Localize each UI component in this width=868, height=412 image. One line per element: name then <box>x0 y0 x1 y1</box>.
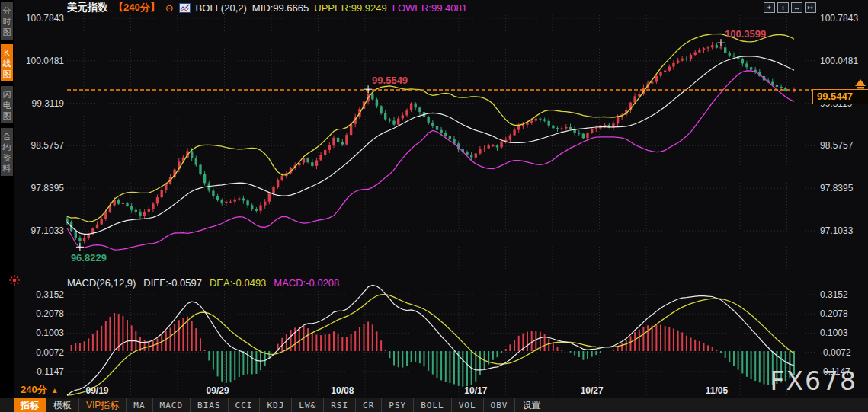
svg-text:98.5757: 98.5757 <box>820 140 854 151</box>
svg-text:10/27: 10/27 <box>581 385 604 396</box>
svg-text:97.1033: 97.1033 <box>31 225 65 236</box>
svg-text:-0.0072: -0.0072 <box>33 347 64 358</box>
svg-text:100.7843: 100.7843 <box>820 13 858 24</box>
svg-text:0.2078: 0.2078 <box>820 308 848 319</box>
toolbar-item-ma[interactable]: MA <box>126 398 152 412</box>
svg-text:0.2078: 0.2078 <box>36 308 64 319</box>
sidebar-item-kline-chart[interactable]: K线图 <box>1 44 13 81</box>
toolbar-item-cr[interactable]: CR <box>355 398 381 412</box>
macd-dea-line <box>67 295 794 395</box>
crosshair-icon[interactable]: + <box>764 2 775 13</box>
macd-dea-value: DEA:-0.0493 <box>210 277 266 289</box>
svg-text:97.8395: 97.8395 <box>31 183 65 193</box>
toolbar-item-settings[interactable]: 设置 <box>514 398 547 412</box>
svg-text:-0.1147: -0.1147 <box>34 366 64 377</box>
svg-text:11/05: 11/05 <box>706 385 729 396</box>
svg-text:100.0481: 100.0481 <box>26 56 64 66</box>
boll-lower-value: LOWER:99.4081 <box>392 2 467 14</box>
candlestick-series <box>66 42 795 248</box>
macd-diff-line <box>67 285 794 395</box>
boll-upper-value: UPPER:99.9249 <box>314 2 386 14</box>
boll-label: BOLL(20,2) <box>196 2 247 14</box>
fit-vertical-icon[interactable]: ↕ <box>777 2 789 13</box>
window-controls: +↕↔↦ <box>764 2 816 13</box>
toolbar-item-lwr[interactable]: LW& <box>291 398 323 412</box>
macd-diff-value: DIFF:-0.0597 <box>143 277 202 289</box>
trading-app: 99.5549100.359996.8229100.7843100.784310… <box>0 0 868 412</box>
svg-text:0.3152: 0.3152 <box>820 289 848 300</box>
watermark: FX678 <box>770 366 857 396</box>
fit-horizontal-icon[interactable]: ↔ <box>791 2 802 13</box>
period-selector[interactable]: 240分▲ <box>21 383 59 397</box>
svg-text:99.5549: 99.5549 <box>372 75 408 86</box>
toolbar-item-obv[interactable]: OBV <box>483 398 515 412</box>
toolbar-item-vip-indicator[interactable]: VIP指标 <box>78 398 126 412</box>
svg-text:0.1003: 0.1003 <box>36 327 64 338</box>
toolbar-item-template[interactable]: 模板 <box>46 398 78 412</box>
macd-label: MACD(26,12,9) <box>67 277 136 289</box>
link-icon[interactable]: ⊖ <box>165 2 174 14</box>
svg-text:100.7843: 100.7843 <box>26 13 64 24</box>
chart-header: 美元指数 【240分】 ⊖ BOLL(20,2) MID:99.6665 UPP… <box>67 2 467 14</box>
date-axis-labels: 09/1909/2910/0810/1710/2711/05 <box>85 385 728 396</box>
svg-text:96.8229: 96.8229 <box>71 252 107 263</box>
toolbar-item-boll[interactable]: BOLL <box>413 398 451 412</box>
live-indicator-icon <box>8 274 21 286</box>
svg-text:97.1033: 97.1033 <box>820 225 854 236</box>
svg-text:99.3119: 99.3119 <box>32 98 65 109</box>
mini-chart-icon <box>179 3 191 13</box>
macd-header: MACD(26,12,9) DIFF:-0.0597 DEA:-0.0493 M… <box>67 277 339 289</box>
symbol-name: 美元指数 <box>67 1 108 14</box>
sidebar-item-minute-chart[interactable]: 分时图 <box>1 2 13 40</box>
boll-lower-line <box>67 71 794 250</box>
chevron-up-icon: ▲ <box>51 386 59 394</box>
toolbar-item-rsi[interactable]: RSI <box>323 398 355 412</box>
toolbar-item-cci[interactable]: CCI <box>228 398 260 412</box>
svg-text:10/17: 10/17 <box>464 385 487 396</box>
svg-text:100.3599: 100.3599 <box>725 28 766 40</box>
price-marker-icon <box>855 79 866 89</box>
toolbar-item-psy[interactable]: PSY <box>381 398 413 412</box>
macd-macd-value: MACD:-0.0208 <box>274 277 339 289</box>
left-sidebar: 分时图K线图闪电图合约资料 <box>0 0 14 412</box>
svg-text:98.5757: 98.5757 <box>31 140 65 151</box>
sidebar-item-contract-info[interactable]: 合约资料 <box>1 128 13 176</box>
macd-histogram <box>72 313 794 387</box>
bottom-toolbar: 指标模板VIP指标MAMACDBIASCCIKDJLW&RSICRPSYBOLL… <box>0 398 868 412</box>
svg-text:-0.0072: -0.0072 <box>820 347 851 358</box>
period-badge[interactable]: 【240分】 <box>114 1 160 14</box>
last-price-box: 99.5447 <box>812 89 868 104</box>
toolbar-item-macd[interactable]: MACD <box>152 398 191 412</box>
boll-mid-line <box>67 56 794 234</box>
svg-text:09/19: 09/19 <box>85 385 108 396</box>
toolbar-item-indicator[interactable]: 指标 <box>14 398 46 412</box>
period-selector-label: 240分 <box>21 384 47 395</box>
annotation-high: 100.3599 <box>717 28 766 46</box>
svg-text:100.0481: 100.0481 <box>820 56 858 66</box>
toolbar-item-vol[interactable]: VOL <box>451 398 483 412</box>
boll-mid-value: MID:99.6665 <box>252 2 309 14</box>
svg-text:09/29: 09/29 <box>207 385 229 396</box>
svg-text:0.3152: 0.3152 <box>36 289 64 300</box>
boll-upper-line <box>67 34 794 222</box>
svg-text:10/08: 10/08 <box>331 385 354 396</box>
pan-right-icon[interactable]: ↦ <box>805 2 816 13</box>
toolbar-item-kdj[interactable]: KDJ <box>259 398 291 412</box>
toolbar-item-bias[interactable]: BIAS <box>190 398 228 412</box>
svg-text:0.1003: 0.1003 <box>820 327 848 338</box>
sidebar-item-flash-chart[interactable]: 闪电图 <box>1 86 13 123</box>
svg-text:97.8395: 97.8395 <box>820 183 854 193</box>
chart-canvas[interactable]: 99.5549100.359996.8229100.7843100.784310… <box>0 0 868 398</box>
